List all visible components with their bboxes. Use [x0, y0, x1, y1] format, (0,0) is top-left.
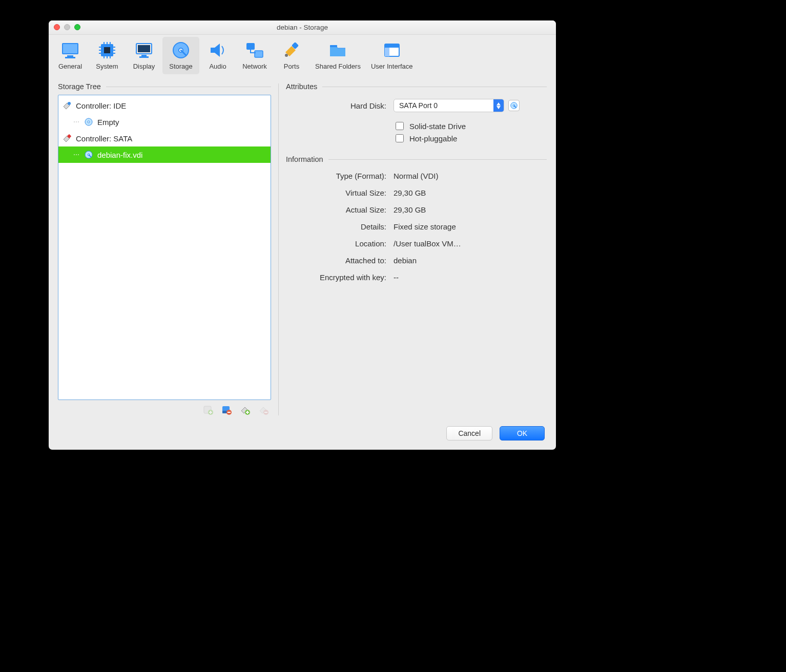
layout-icon — [382, 40, 402, 60]
storage-tree-heading: Storage Tree — [58, 82, 271, 91]
svg-rect-31 — [385, 48, 389, 56]
attachment-label: Empty — [97, 118, 119, 127]
ssd-row: Solid-state Drive — [286, 120, 547, 132]
attachment-debian-fix-vdi[interactable]: ⋯ debian-fix.vdi — [58, 146, 271, 163]
tab-user-interface[interactable]: User Interface — [366, 37, 418, 74]
svg-rect-1 — [63, 44, 77, 53]
info-asize-row: Actual Size: 29,30 GB — [286, 205, 547, 214]
tab-label: General — [58, 62, 82, 70]
ok-button[interactable]: OK — [500, 426, 545, 440]
tab-label: Display — [133, 62, 155, 70]
choose-disk-button[interactable] — [508, 100, 520, 111]
storage-tree-toolbar — [58, 400, 271, 415]
remove-attachment-button[interactable] — [221, 404, 232, 415]
info-details-value: Fixed size storage — [394, 222, 456, 231]
ssd-checkbox-input[interactable] — [396, 122, 404, 130]
heading-label: Attributes — [286, 82, 317, 91]
tab-display[interactable]: Display — [126, 37, 162, 74]
controller-sata[interactable]: Controller: SATA — [58, 130, 271, 146]
network-icon — [244, 40, 265, 60]
add-controller-button[interactable] — [239, 404, 251, 415]
info-attached-label: Attached to: — [286, 256, 394, 265]
cd-icon — [84, 117, 93, 127]
remove-controller-button[interactable] — [258, 404, 269, 415]
info-attached-row: Attached to: debian — [286, 256, 547, 265]
svg-rect-25 — [255, 51, 263, 57]
hard-disk-row: Hard Disk: SATA Port 0 — [286, 99, 547, 112]
tab-audio[interactable]: Audio — [199, 37, 236, 74]
tab-general[interactable]: General — [52, 37, 89, 74]
svg-rect-3 — [65, 57, 75, 58]
select-value: SATA Port 0 — [394, 101, 493, 110]
attributes-heading: Attributes — [286, 82, 547, 91]
info-location-row: Location: /User tualBox VM… — [286, 239, 547, 248]
hotplug-checkbox[interactable]: Hot-pluggable — [394, 133, 457, 144]
dialog-body: Storage Tree Controller: IDE ⋯ — [49, 75, 556, 415]
attributes-panel: Attributes Hard Disk: SATA Port 0 — [286, 80, 547, 415]
tab-label: Ports — [284, 62, 299, 70]
minimize-window-button[interactable] — [64, 24, 70, 30]
tab-shared-folders[interactable]: Shared Folders — [310, 37, 366, 74]
ssd-checkbox-label: Solid-state Drive — [409, 122, 466, 131]
hotplug-checkbox-input[interactable] — [396, 134, 404, 142]
tab-storage[interactable]: Storage — [162, 37, 199, 74]
svg-point-34 — [88, 121, 90, 123]
info-location-value: /User tualBox VM… — [394, 239, 461, 248]
info-encrypted-value: -- — [394, 273, 399, 282]
add-attachment-button[interactable] — [202, 404, 214, 415]
info-asize-value: 29,30 GB — [394, 205, 426, 214]
hdd-icon — [84, 150, 93, 159]
svg-point-32 — [68, 102, 71, 105]
hard-disk-label: Hard Disk: — [286, 101, 394, 110]
tab-label: Shared Folders — [315, 62, 361, 70]
tab-label: User Interface — [371, 62, 413, 70]
svg-rect-21 — [139, 56, 149, 58]
info-location-label: Location: — [286, 239, 394, 248]
info-encrypted-label: Encrypted with key: — [286, 273, 394, 282]
svg-rect-20 — [141, 55, 147, 56]
svg-point-27 — [285, 54, 288, 57]
hotplug-row: Hot-pluggable — [286, 133, 547, 144]
storage-tree[interactable]: Controller: IDE ⋯ Empty Con — [58, 95, 271, 400]
window-title: debian - Storage — [277, 24, 328, 31]
tab-label: Storage — [169, 62, 193, 70]
monitor-icon — [60, 40, 80, 60]
tab-ports[interactable]: Ports — [273, 37, 310, 74]
cancel-button[interactable]: Cancel — [446, 426, 492, 440]
display-icon — [134, 40, 154, 60]
heading-label: Information — [286, 155, 323, 163]
tree-connector-icon: ⋯ — [73, 118, 80, 125]
info-type-row: Type (Format): Normal (VDI) — [286, 172, 547, 180]
hotplug-checkbox-label: Hot-pluggable — [409, 134, 457, 143]
zoom-window-button[interactable] — [74, 24, 80, 30]
dialog-footer: Cancel OK — [446, 426, 545, 440]
tree-connector-icon: ⋯ — [73, 151, 80, 158]
window-controls — [54, 24, 80, 30]
heading-rule — [328, 159, 547, 160]
storage-tree-panel: Storage Tree Controller: IDE ⋯ — [58, 80, 271, 415]
folder-icon — [327, 40, 348, 60]
ssd-checkbox[interactable]: Solid-state Drive — [394, 120, 466, 132]
tab-system[interactable]: System — [89, 37, 126, 74]
heading-rule — [106, 87, 271, 87]
info-asize-label: Actual Size: — [286, 205, 394, 214]
sata-controller-icon — [63, 134, 72, 143]
hard-disk-select[interactable]: SATA Port 0 — [394, 99, 504, 112]
ports-icon — [281, 40, 302, 60]
tab-label: Network — [242, 62, 267, 70]
settings-window: debian - Storage General System — [49, 20, 556, 450]
svg-rect-2 — [67, 55, 73, 57]
controller-ide[interactable]: Controller: IDE — [58, 97, 271, 114]
vertical-divider — [278, 83, 279, 415]
svg-rect-5 — [104, 47, 110, 53]
chevron-updown-icon — [493, 99, 504, 112]
close-window-button[interactable] — [54, 24, 60, 30]
attachment-empty[interactable]: ⋯ Empty — [58, 114, 271, 130]
speaker-icon — [208, 40, 228, 60]
heading-label: Storage Tree — [58, 82, 101, 91]
tab-network[interactable]: Network — [236, 37, 273, 74]
info-type-value: Normal (VDI) — [394, 172, 439, 180]
info-vsize-value: 29,30 GB — [394, 188, 426, 197]
svg-rect-30 — [385, 44, 399, 48]
info-details-label: Details: — [286, 222, 394, 231]
